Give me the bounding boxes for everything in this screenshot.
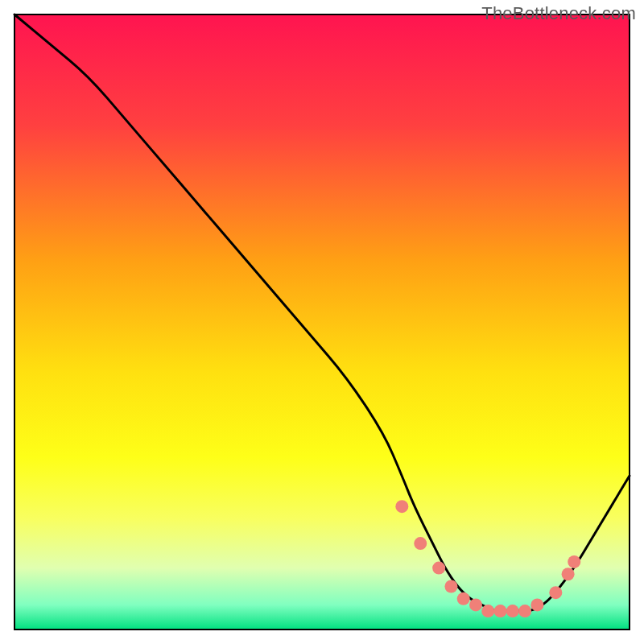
highlight-marker: [444, 580, 457, 593]
bottleneck-chart: [0, 0, 644, 644]
highlight-marker: [530, 598, 543, 611]
highlight-marker: [469, 598, 482, 611]
highlight-marker: [568, 555, 580, 568]
attribution-text: TheBottleneck.com: [481, 3, 636, 24]
highlight-marker: [506, 605, 519, 617]
highlight-marker: [395, 500, 408, 513]
highlight-marker: [457, 592, 470, 605]
highlight-marker: [432, 562, 445, 575]
plot-background: [14, 14, 630, 630]
highlight-marker: [481, 605, 494, 617]
chart-container: TheBottleneck.com: [0, 0, 644, 644]
highlight-marker: [494, 605, 507, 617]
highlight-marker: [562, 568, 575, 580]
highlight-marker: [414, 537, 427, 550]
highlight-marker: [518, 605, 531, 617]
highlight-marker: [549, 586, 562, 599]
